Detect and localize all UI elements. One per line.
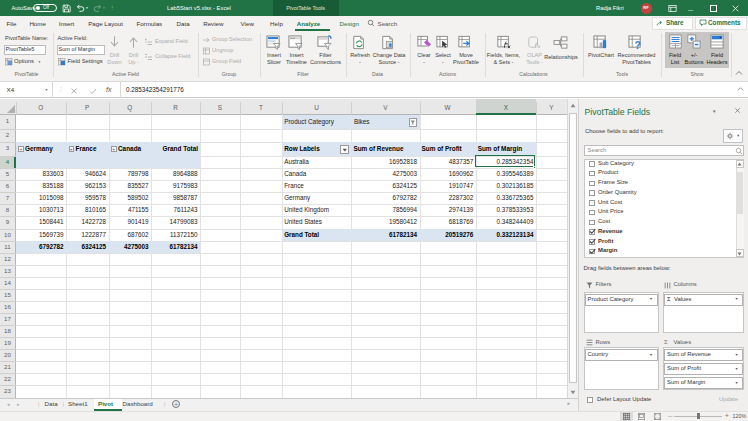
svg-text:?: ?: [635, 40, 641, 50]
